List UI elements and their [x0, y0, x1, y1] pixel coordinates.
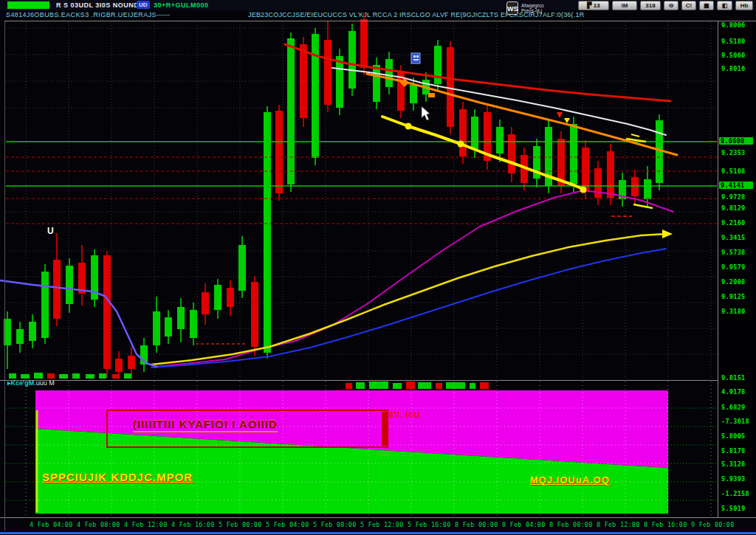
- yellow-arrowhead: [662, 229, 673, 238]
- icon-dot: [413, 59, 419, 61]
- signal-dot: [580, 187, 587, 193]
- help-button[interactable]: Hb: [735, 1, 753, 10]
- candle-down: [594, 168, 602, 198]
- price-label: 9.8016: [721, 65, 755, 72]
- candle-up: [190, 310, 197, 338]
- candle-up: [177, 307, 185, 329]
- price-label: 9.2008: [721, 278, 755, 286]
- mini-volume-bar: [99, 373, 106, 379]
- separator-strip-bar: [446, 382, 465, 389]
- time-label: 5 Feb 04:00: [266, 521, 309, 528]
- timeframe-button[interactable]: 318: [640, 1, 661, 10]
- zigzag-tool-button[interactable]: \M: [612, 1, 637, 10]
- indicator-value-label: 5.8178: [721, 447, 755, 455]
- indicator-value-label: -7.3618: [721, 418, 755, 425]
- indicator-value-label: 5.3128: [721, 460, 755, 468]
- price-label: 9.8006: [721, 21, 755, 29]
- grid-button[interactable]: ▦: [699, 1, 714, 10]
- candle-up: [66, 266, 73, 304]
- candle-up: [264, 112, 271, 353]
- candle-up: [153, 311, 160, 345]
- price-label: 9.5108: [721, 168, 755, 175]
- price-label: 9.9728: [721, 193, 755, 201]
- separator-strip-bar: [470, 383, 475, 389]
- separator-strip-bar: [418, 382, 431, 389]
- mini-volume-bar: [34, 373, 43, 379]
- candle-down: [300, 44, 307, 118]
- chart-mode-button[interactable]: ▛ 13: [578, 1, 609, 10]
- separator-strip-bar: [436, 383, 442, 389]
- candle-up: [336, 56, 343, 108]
- price-label: 9.8129: [721, 204, 755, 212]
- panel-separator[interactable]: [0, 380, 718, 381]
- indicator-value-label: 5.6829: [721, 404, 755, 411]
- yellow-arrow-marker: [564, 118, 570, 123]
- separator-strip-bar: [393, 383, 402, 389]
- timeframe-badge[interactable]: UD: [137, 1, 150, 9]
- candle-down: [78, 263, 86, 294]
- signal-box-bar: [382, 412, 387, 446]
- candle-down: [459, 109, 467, 156]
- time-label: 8 Feb 12:00: [597, 521, 640, 528]
- separator-strip-bar: [346, 383, 352, 389]
- candle-up: [29, 322, 36, 341]
- red-arrow-marker: [557, 112, 563, 118]
- candle-up: [496, 127, 504, 153]
- price-label: 9.8151: [721, 374, 755, 382]
- indicator-watermark-left: SPPCIUJIK KDDJC.MPOR: [42, 471, 193, 483]
- trading-terminal-window: R S 03UDL 3I0S NOUNDS UD 30+R+GULM000 S4…: [0, 0, 756, 535]
- indicator-watermark-right: MQJ.IOUuA.OQ: [530, 474, 610, 486]
- indicators-button[interactable]: Θ: [664, 1, 678, 10]
- candle-up: [214, 285, 221, 310]
- time-label: 8 Feb 00:00: [455, 521, 498, 528]
- window-bottom-accent: [0, 532, 756, 534]
- chart-top-border: [4, 21, 756, 21]
- candle-down: [227, 288, 234, 307]
- time-label: 8 Feb 16:00: [644, 521, 687, 528]
- symbol-highlight-box[interactable]: [7, 1, 49, 9]
- chart-left-border: [4, 21, 5, 531]
- yellow-scribble: [631, 134, 639, 137]
- candle-down: [202, 292, 209, 314]
- candle-down: [360, 19, 368, 68]
- time-label: 5 Feb 08:00: [313, 521, 357, 528]
- indicator-value-label: 5.8005: [721, 432, 755, 440]
- candle-up: [287, 38, 295, 184]
- logo-crest-icon: WS: [506, 1, 518, 15]
- chart-canvas[interactable]: [0, 0, 756, 535]
- candle-up: [410, 85, 417, 103]
- price-label: 9.9579: [721, 263, 755, 271]
- separator-strip-bar: [369, 382, 388, 389]
- price-label: 9.3415: [721, 234, 755, 241]
- candle-up: [373, 65, 380, 102]
- separator-strip-bar: [480, 382, 489, 389]
- signal-box-text: (IIIIITIII KYAFIOI I AOIIID: [133, 418, 278, 432]
- separator-strip-bar: [356, 382, 365, 389]
- time-label: 4 Feb 08:00: [77, 521, 120, 528]
- panel-button[interactable]: ◧: [717, 1, 732, 10]
- yellow-scribble: [633, 204, 653, 208]
- candle-down: [53, 260, 61, 319]
- mini-volume-bar: [112, 374, 120, 379]
- mini-volume-bar: [9, 373, 16, 379]
- signal-dot: [458, 141, 464, 148]
- candle-down: [582, 148, 589, 192]
- indicator-value-label: 5.5019: [721, 505, 755, 512]
- candle-up: [312, 34, 319, 158]
- time-label: 5 Feb 12:00: [360, 521, 404, 528]
- indicator-value-label: 5.9393: [721, 475, 755, 483]
- price-label: 9.3180: [721, 308, 755, 315]
- time-label: 8 Feb 08:00: [549, 521, 593, 528]
- candle-down: [251, 282, 258, 347]
- candle-down: [275, 111, 283, 193]
- account-status-text: 30+R+GULM000: [154, 1, 209, 9]
- alerts-button[interactable]: C!: [681, 1, 696, 10]
- candle-down: [447, 47, 454, 127]
- mini-volume-bar: [124, 373, 131, 379]
- logo-text-2: Preos-nt-j: [521, 8, 544, 13]
- watermark-logo: WS Afwgegrco Preos-nt-j: [506, 1, 544, 15]
- signal-dot: [405, 123, 412, 130]
- price-label: 9.2353: [721, 149, 755, 156]
- price-label: 9.5180: [721, 38, 755, 45]
- price-label: 9.9125: [721, 293, 755, 300]
